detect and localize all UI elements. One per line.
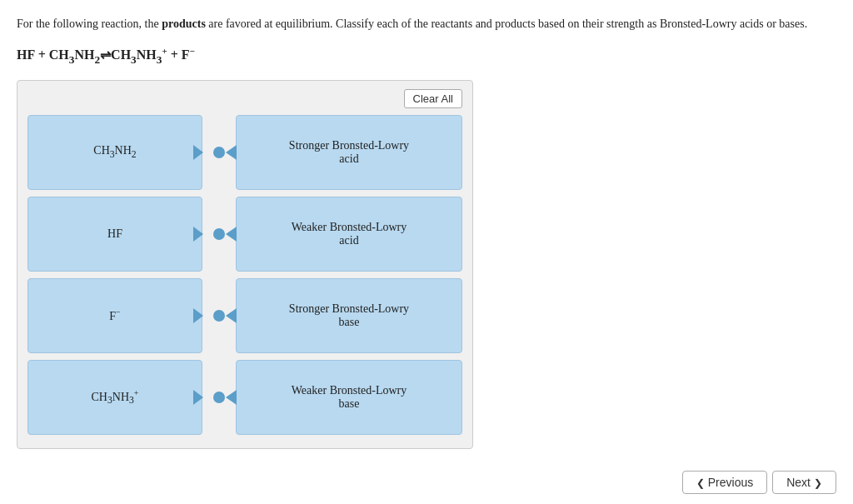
drag-item-ch3nh3plus[interactable]: CH3NH3+: [27, 360, 202, 435]
question-intro: For the following reaction, the: [17, 17, 162, 30]
next-button[interactable]: Next: [772, 471, 836, 494]
navigation-area: Previous Next: [682, 471, 836, 494]
connector-column: [211, 115, 227, 435]
previous-label: Previous: [708, 476, 753, 489]
equation-display: HF + CH3NH2⇌CH3NH3+ + F−: [0, 39, 853, 80]
arrow-left-icon: [226, 390, 237, 405]
drag-item-hf[interactable]: HF: [27, 197, 202, 272]
connector-dot-2: [213, 228, 225, 240]
question-bold: products: [162, 17, 206, 30]
arrow-left-icon: [226, 227, 237, 242]
drag-item-ch3nh2[interactable]: CH3NH2: [27, 115, 202, 190]
question-rest: are favored at equilibrium. Classify eac…: [206, 17, 807, 30]
connector-dot-4: [213, 392, 225, 403]
drop-item-weaker-base[interactable]: Weaker Bronsted-Lowrybase: [236, 360, 462, 435]
previous-button[interactable]: Previous: [682, 471, 767, 494]
chevron-left-icon: [696, 476, 705, 489]
connector-dot-3: [213, 310, 225, 322]
arrow-left-icon: [226, 308, 237, 323]
clear-all-button[interactable]: Clear All: [404, 89, 462, 108]
question-text: For the following reaction, the products…: [0, 0, 853, 39]
drop-item-weaker-acid[interactable]: Weaker Bronsted-Lowryacid: [236, 197, 462, 272]
chevron-right-icon: [814, 476, 822, 489]
left-column: CH3NH2 HF F− CH3NH3+: [27, 115, 202, 435]
drop-item-stronger-base[interactable]: Stronger Bronsted-Lowrybase: [236, 278, 462, 353]
drop-item-stronger-acid[interactable]: Stronger Bronsted-Lowryacid: [236, 115, 462, 190]
arrow-right-icon: [193, 308, 203, 323]
arrow-left-icon: [226, 145, 237, 160]
arrow-right-icon: [193, 390, 203, 405]
drag-item-fminus[interactable]: F−: [27, 278, 202, 353]
right-column: Stronger Bronsted-Lowryacid Weaker Brons…: [236, 115, 462, 435]
arrow-right-icon: [193, 145, 203, 160]
connector-dot-1: [213, 147, 225, 158]
drag-drop-container: Clear All CH3NH2 HF F− CH3NH3+: [17, 80, 473, 449]
next-label: Next: [786, 476, 811, 489]
arrow-right-icon: [193, 227, 203, 242]
